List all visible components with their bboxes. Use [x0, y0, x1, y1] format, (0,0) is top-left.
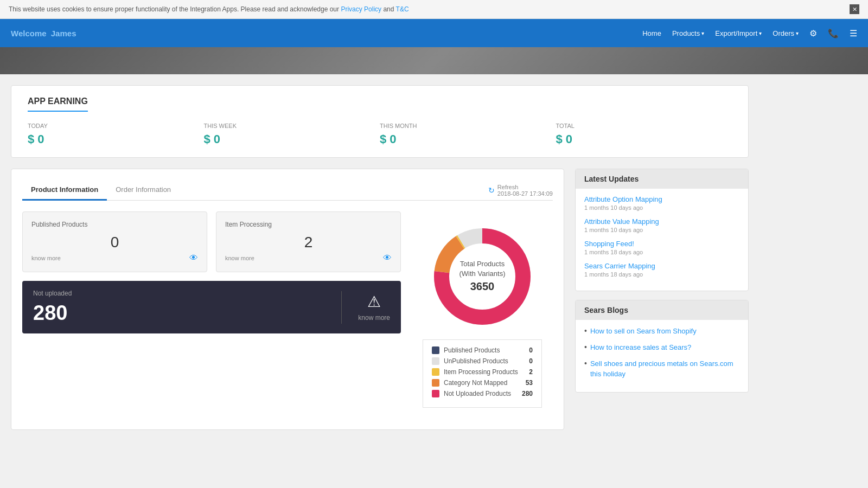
sears-blogs-body: • How to sell on Sears from Shopify • Ho… [576, 320, 748, 392]
nav-export-import-dropdown[interactable]: Export/Import ▾ [715, 29, 762, 37]
published-number: 0 [31, 234, 198, 251]
content-wrapper: Product Information Order Information ↻ … [11, 169, 749, 430]
item-processing-know-more[interactable]: know more [225, 255, 254, 261]
earning-week: THIS WEEK $ 0 [204, 123, 380, 146]
main-content: APP EARNING TODAY $ 0 THIS WEEK $ 0 THIS… [0, 74, 760, 441]
phone-icon[interactable]: 📞 [828, 28, 839, 38]
sears-blogs-card: Sears Blogs • How to sell on Sears from … [575, 300, 749, 393]
content-main: Product Information Order Information ↻ … [11, 169, 564, 430]
legend-item-processing: Item Processing Products 2 [432, 368, 533, 376]
navbar-links: Home Products ▾ Export/Import ▾ Orders ▾… [642, 28, 857, 38]
blog-item-2: • How to increase sales at Sears? [584, 343, 739, 352]
content-sidebar: Latest Updates Attribute Option Mapping … [575, 169, 749, 430]
chart-area: Total Products (With Variants) 3650 Publ… [412, 211, 553, 419]
published-eye-icon[interactable]: 👁 [189, 253, 198, 263]
published-title: Published Products [31, 221, 198, 228]
item-processing-card: Item Processing 2 know more 👁 [216, 211, 401, 272]
cookie-banner: This website uses cookies to ensure prop… [0, 0, 868, 19]
tab-order-information[interactable]: Order Information [107, 180, 180, 201]
refresh-button[interactable]: ↻ Refresh 2018-08-27 17:34:09 [488, 184, 553, 197]
tabs: Product Information Order Information ↻ … [22, 180, 553, 201]
menu-icon[interactable]: ☰ [850, 28, 857, 38]
donut-chart: Total Products (With Variants) 3650 [428, 222, 537, 331]
settings-icon[interactable]: ⚙ [809, 28, 817, 38]
not-uploaded-card: Not uploaded 280 ⚠ know more [22, 281, 401, 333]
earning-today: TODAY $ 0 [28, 123, 204, 146]
earning-card: APP EARNING TODAY $ 0 THIS WEEK $ 0 THIS… [11, 85, 749, 158]
close-cookie-button[interactable]: ✕ [850, 4, 859, 14]
tab-product-information[interactable]: Product Information [22, 180, 107, 201]
legend-category-not-mapped: Category Not Mapped 53 [432, 379, 533, 387]
legend-unpublished: UnPublished Products 0 [432, 357, 533, 365]
update-attribute-value: Attribute Value Mapping 1 months 10 days… [584, 217, 739, 233]
item-processing-title: Item Processing [225, 221, 392, 228]
privacy-link[interactable]: Privacy Policy [341, 5, 381, 13]
donut-legend: Published Products 0 UnPublished Product… [423, 339, 542, 408]
navbar: Welcome James Home Products ▾ Export/Imp… [0, 19, 868, 47]
legend-not-uploaded: Not Uploaded Products 280 [432, 390, 533, 397]
cookie-text: This website uses cookies to ensure prop… [9, 5, 409, 13]
update-sears-carrier: Sears Carrier Mapping 1 months 18 days a… [584, 262, 739, 278]
nav-orders-dropdown[interactable]: Orders ▾ [773, 29, 799, 37]
earning-total: TOTAL $ 0 [556, 123, 732, 146]
update-attribute-option: Attribute Option Mapping 1 months 10 day… [584, 195, 739, 211]
navbar-brand: Welcome James [11, 29, 76, 38]
blog-item-3: • Sell shoes and precious metals on Sear… [584, 359, 739, 378]
item-processing-eye-icon[interactable]: 👁 [383, 253, 392, 263]
product-section: Published Products 0 know more 👁 Item Pr… [22, 211, 553, 419]
latest-updates-body: Attribute Option Mapping 1 months 10 day… [576, 189, 748, 291]
warning-icon: ⚠ [367, 293, 381, 311]
published-know-more[interactable]: know more [31, 255, 61, 261]
nav-home[interactable]: Home [642, 29, 661, 37]
item-processing-number: 2 [225, 234, 392, 251]
earning-month: THIS MONTH $ 0 [380, 123, 556, 146]
not-uploaded-number: 280 [33, 301, 325, 325]
sears-blogs-header: Sears Blogs [576, 300, 748, 320]
blog-item-1: • How to sell on Sears from Shopify [584, 326, 739, 336]
not-uploaded-label: Not uploaded [33, 290, 325, 297]
nav-products-dropdown[interactable]: Products ▾ [672, 29, 704, 37]
hero-banner [0, 47, 868, 74]
earning-stats: TODAY $ 0 THIS WEEK $ 0 THIS MONTH $ 0 T… [28, 123, 732, 146]
donut-label: Total Products (With Variants) 3650 [459, 259, 506, 294]
latest-updates-header: Latest Updates [576, 169, 748, 189]
latest-updates-card: Latest Updates Attribute Option Mapping … [575, 169, 749, 291]
tc-link[interactable]: T&C [396, 5, 409, 13]
published-products-card: Published Products 0 know more 👁 [22, 211, 207, 272]
product-cards-col: Published Products 0 know more 👁 Item Pr… [22, 211, 401, 419]
refresh-icon: ↻ [488, 186, 495, 195]
update-shopping-feed: Shopping Feed! 1 months 18 days ago [584, 240, 739, 255]
not-uploaded-know-more[interactable]: know more [358, 314, 390, 322]
product-cards-row: Published Products 0 know more 👁 Item Pr… [22, 211, 401, 272]
earning-title: APP EARNING [28, 97, 88, 112]
legend-published: Published Products 0 [432, 346, 533, 354]
not-uploaded-divider [341, 291, 342, 324]
